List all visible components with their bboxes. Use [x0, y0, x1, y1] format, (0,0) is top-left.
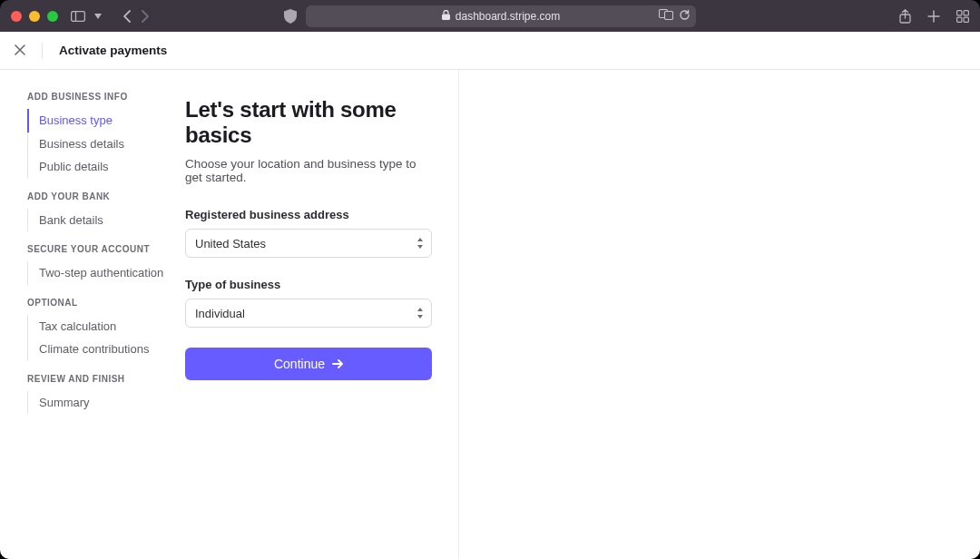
svg-rect-7: [964, 10, 968, 15]
field-business-type: Type of business Individual: [185, 278, 432, 328]
svg-rect-2: [442, 15, 450, 21]
svg-rect-8: [957, 17, 962, 22]
reload-icon[interactable]: [679, 9, 691, 24]
sidebar-toggle-icon[interactable]: [71, 11, 85, 22]
svg-rect-0: [72, 11, 85, 21]
select-business-address[interactable]: United States: [185, 229, 432, 258]
field-label-type: Type of business: [185, 278, 432, 291]
nav-item-tax-calculation[interactable]: Tax calculation: [27, 315, 184, 338]
page-header: Activate payments: [0, 32, 980, 70]
new-tab-icon[interactable]: [927, 10, 940, 23]
updown-caret-icon: [416, 238, 424, 249]
nav-heading: ADD BUSINESS INFO: [27, 92, 184, 102]
chevron-down-icon[interactable]: [94, 14, 102, 19]
window-close-button[interactable]: [11, 11, 22, 22]
page: Activate payments ADD BUSINESS INFO Busi…: [0, 32, 980, 559]
form-subtitle: Choose your location and business type t…: [185, 157, 432, 184]
nav-heading: REVIEW AND FINISH: [27, 374, 184, 384]
nav-item-public-details[interactable]: Public details: [27, 155, 184, 179]
nav-heading: SECURE YOUR ACCOUNT: [27, 244, 184, 254]
address-bar[interactable]: dashboard.stripe.com: [306, 5, 696, 27]
svg-rect-6: [957, 10, 962, 15]
nav-group-add-your-bank: ADD YOUR BANK Bank details: [27, 191, 184, 232]
lock-icon: [442, 10, 450, 22]
window-minimize-button[interactable]: [29, 11, 40, 22]
window-controls: [11, 11, 58, 22]
page-title: Activate payments: [59, 44, 167, 57]
form-column: Let's start with some basics Choose your…: [184, 70, 458, 559]
nav-item-business-details[interactable]: Business details: [27, 132, 184, 156]
nav-back-button[interactable]: [123, 10, 132, 23]
arrow-right-icon: [332, 358, 343, 371]
close-icon[interactable]: [15, 44, 25, 58]
tab-overview-icon[interactable]: [956, 10, 969, 23]
nav-group-review-finish: REVIEW AND FINISH Summary: [27, 374, 184, 415]
select-business-type[interactable]: Individual: [185, 299, 432, 328]
continue-label: Continue: [274, 357, 325, 371]
right-empty-pane: [458, 70, 980, 559]
nav-item-climate-contributions[interactable]: Climate contributions: [27, 338, 184, 361]
form-title: Let's start with some basics: [185, 97, 432, 148]
continue-button[interactable]: Continue: [185, 348, 432, 380]
updown-caret-icon: [416, 308, 424, 319]
nav-item-business-type[interactable]: Business type: [27, 109, 184, 132]
address-bar-url: dashboard.stripe.com: [456, 10, 560, 23]
svg-rect-4: [665, 11, 673, 19]
share-icon[interactable]: [899, 9, 911, 24]
nav-item-summary[interactable]: Summary: [27, 391, 184, 415]
nav-group-add-business-info: ADD BUSINESS INFO Business type Business…: [27, 92, 184, 179]
field-business-address: Registered business address United State…: [185, 208, 432, 258]
nav-item-two-step-auth[interactable]: Two-step authentication: [27, 261, 184, 285]
nav-heading: OPTIONAL: [27, 298, 184, 308]
browser-chrome: dashboard.stripe.com: [0, 0, 980, 32]
translate-icon[interactable]: [659, 9, 673, 24]
field-label-address: Registered business address: [185, 208, 432, 221]
onboarding-sidebar: ADD BUSINESS INFO Business type Business…: [0, 70, 184, 559]
nav-group-secure-account: SECURE YOUR ACCOUNT Two-step authenticat…: [27, 244, 184, 285]
nav-item-bank-details[interactable]: Bank details: [27, 209, 184, 232]
nav-heading: ADD YOUR BANK: [27, 191, 184, 201]
privacy-shield-icon[interactable]: [284, 9, 297, 24]
select-value: United States: [195, 237, 266, 250]
svg-rect-9: [964, 17, 968, 22]
header-divider: [42, 43, 43, 59]
nav-group-optional: OPTIONAL Tax calculation Climate contrib…: [27, 298, 184, 361]
select-value: Individual: [195, 307, 245, 320]
window-zoom-button[interactable]: [47, 11, 58, 22]
nav-forward-button[interactable]: [141, 10, 149, 23]
